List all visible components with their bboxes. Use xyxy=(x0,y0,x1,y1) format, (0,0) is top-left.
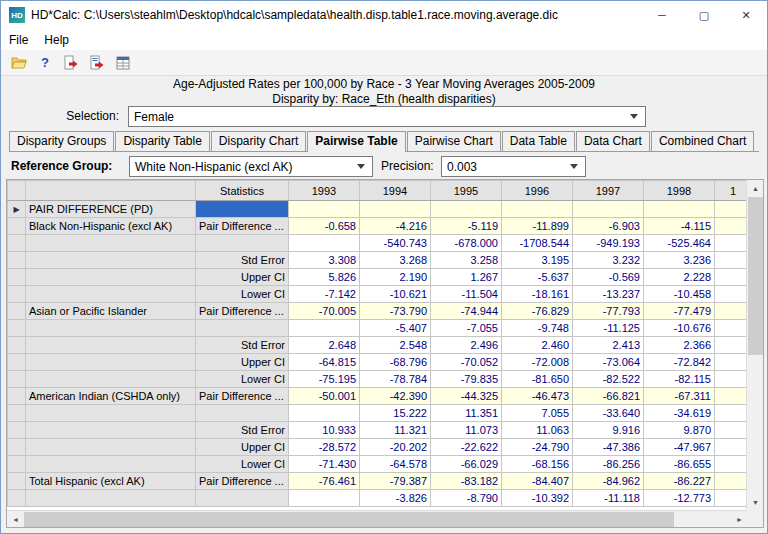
open-folder-icon[interactable] xyxy=(9,53,29,73)
value-cell[interactable] xyxy=(573,201,644,218)
value-cell[interactable]: -10.676 xyxy=(644,320,715,337)
value-cell[interactable]: -66.029 xyxy=(431,456,502,473)
row-label[interactable]: Asian or Pacific Islander xyxy=(26,303,196,320)
value-cell[interactable]: -67.311 xyxy=(644,388,715,405)
value-cell[interactable]: -5.119 xyxy=(431,218,502,235)
value-cell[interactable]: 3.308 xyxy=(289,252,360,269)
column-header-1998[interactable]: 1998 xyxy=(644,181,715,201)
value-cell[interactable]: -20.202 xyxy=(360,439,431,456)
value-cell[interactable]: -73.790 xyxy=(360,303,431,320)
stat-cell[interactable]: Pair Difference ... xyxy=(196,218,289,235)
value-cell[interactable]: -0.658 xyxy=(289,218,360,235)
value-cell[interactable]: -949.193 xyxy=(573,235,644,252)
close-button[interactable]: ✕ xyxy=(725,1,767,29)
value-cell[interactable]: -18.161 xyxy=(502,286,573,303)
value-cell[interactable]: -86.256 xyxy=(573,456,644,473)
value-cell[interactable]: -12.773 xyxy=(644,490,715,507)
value-cell[interactable]: -678.000 xyxy=(431,235,502,252)
value-cell[interactable]: -7.055 xyxy=(431,320,502,337)
menu-help[interactable]: Help xyxy=(36,29,77,50)
value-cell-partial[interactable] xyxy=(715,201,748,218)
value-cell-partial[interactable] xyxy=(715,473,748,490)
export-report-icon[interactable] xyxy=(87,53,107,73)
value-cell[interactable]: -46.473 xyxy=(502,388,573,405)
value-cell[interactable]: 2.366 xyxy=(644,337,715,354)
value-cell-partial[interactable] xyxy=(715,388,748,405)
selection-dropdown[interactable]: Female xyxy=(128,106,646,127)
value-cell[interactable]: -82.115 xyxy=(644,371,715,388)
value-cell[interactable]: -84.962 xyxy=(573,473,644,490)
value-cell[interactable] xyxy=(360,201,431,218)
value-cell[interactable]: -1708.544 xyxy=(502,235,573,252)
row-label[interactable]: Black Non-Hispanic (excl AK) xyxy=(26,218,196,235)
value-cell[interactable]: -76.829 xyxy=(502,303,573,320)
value-cell[interactable]: -79.387 xyxy=(360,473,431,490)
scroll-left-icon[interactable]: ◄ xyxy=(7,511,24,528)
value-cell[interactable]: -75.195 xyxy=(289,371,360,388)
value-cell[interactable]: 7.055 xyxy=(502,405,573,422)
stat-cell[interactable]: Std Error xyxy=(196,252,289,269)
tab-disparity-chart[interactable]: Disparity Chart xyxy=(211,131,306,151)
vertical-scroll-thumb[interactable] xyxy=(748,197,763,355)
value-cell[interactable]: -81.650 xyxy=(502,371,573,388)
value-cell-partial[interactable] xyxy=(715,303,748,320)
value-cell[interactable]: 2.190 xyxy=(360,269,431,286)
value-cell-partial[interactable] xyxy=(715,490,748,507)
value-cell[interactable]: -44.325 xyxy=(431,388,502,405)
value-cell[interactable]: 1.267 xyxy=(431,269,502,286)
value-cell[interactable] xyxy=(289,201,360,218)
row-label[interactable] xyxy=(26,422,196,439)
column-header-1996[interactable]: 1996 xyxy=(502,181,573,201)
maximize-button[interactable]: ▢ xyxy=(683,1,725,29)
scroll-down-icon[interactable]: ▼ xyxy=(747,494,764,511)
row-label[interactable]: PAIR DIFFERENCE (PD) xyxy=(26,201,196,218)
value-cell[interactable]: 11.063 xyxy=(502,422,573,439)
value-cell[interactable]: -74.944 xyxy=(431,303,502,320)
stat-cell[interactable] xyxy=(196,490,289,507)
stat-cell[interactable]: Upper CI xyxy=(196,439,289,456)
horizontal-scroll-thumb[interactable] xyxy=(24,512,674,527)
row-label[interactable]: Total Hispanic (excl AK) xyxy=(26,473,196,490)
tab-disparity-table[interactable]: Disparity Table xyxy=(115,131,209,151)
value-cell-partial[interactable] xyxy=(715,371,748,388)
value-cell[interactable]: -50.001 xyxy=(289,388,360,405)
data-grid-icon[interactable] xyxy=(113,53,133,73)
value-cell[interactable]: 2.460 xyxy=(502,337,573,354)
value-cell[interactable]: -66.821 xyxy=(573,388,644,405)
tab-data-chart[interactable]: Data Chart xyxy=(576,131,650,151)
value-cell[interactable]: -11.899 xyxy=(502,218,573,235)
value-cell[interactable]: -72.842 xyxy=(644,354,715,371)
row-label[interactable] xyxy=(26,269,196,286)
stat-cell[interactable]: Pair Difference ... xyxy=(196,473,289,490)
value-cell[interactable]: -24.790 xyxy=(502,439,573,456)
precision-dropdown[interactable]: 0.003 xyxy=(441,156,586,177)
value-cell[interactable]: -64.815 xyxy=(289,354,360,371)
value-cell[interactable]: 2.548 xyxy=(360,337,431,354)
value-cell[interactable]: -9.748 xyxy=(502,320,573,337)
vertical-scrollbar[interactable]: ▲ ▼ xyxy=(746,180,763,511)
value-cell[interactable] xyxy=(289,490,360,507)
stat-cell[interactable]: Lower CI xyxy=(196,286,289,303)
row-label[interactable] xyxy=(26,354,196,371)
value-cell[interactable]: -64.578 xyxy=(360,456,431,473)
column-header-statistics[interactable]: Statistics xyxy=(196,181,289,201)
stat-cell[interactable]: Pair Difference ... xyxy=(196,388,289,405)
value-cell[interactable] xyxy=(289,235,360,252)
value-cell[interactable]: -28.572 xyxy=(289,439,360,456)
stat-cell[interactable] xyxy=(196,405,289,422)
row-label[interactable] xyxy=(26,490,196,507)
column-header-1993[interactable]: 1993 xyxy=(289,181,360,201)
tab-pairwise-chart[interactable]: Pairwise Chart xyxy=(407,131,501,151)
tab-combined-chart[interactable]: Combined Chart xyxy=(651,131,754,151)
row-label[interactable] xyxy=(26,252,196,269)
value-cell[interactable]: -73.064 xyxy=(573,354,644,371)
value-cell[interactable]: -4.115 xyxy=(644,218,715,235)
stat-cell[interactable]: Upper CI xyxy=(196,354,289,371)
value-cell[interactable]: -13.237 xyxy=(573,286,644,303)
value-cell[interactable]: -78.784 xyxy=(360,371,431,388)
value-cell[interactable]: 10.933 xyxy=(289,422,360,439)
row-label[interactable] xyxy=(26,235,196,252)
stat-cell[interactable] xyxy=(196,201,289,218)
value-cell[interactable]: -33.640 xyxy=(573,405,644,422)
value-cell-partial[interactable] xyxy=(715,456,748,473)
